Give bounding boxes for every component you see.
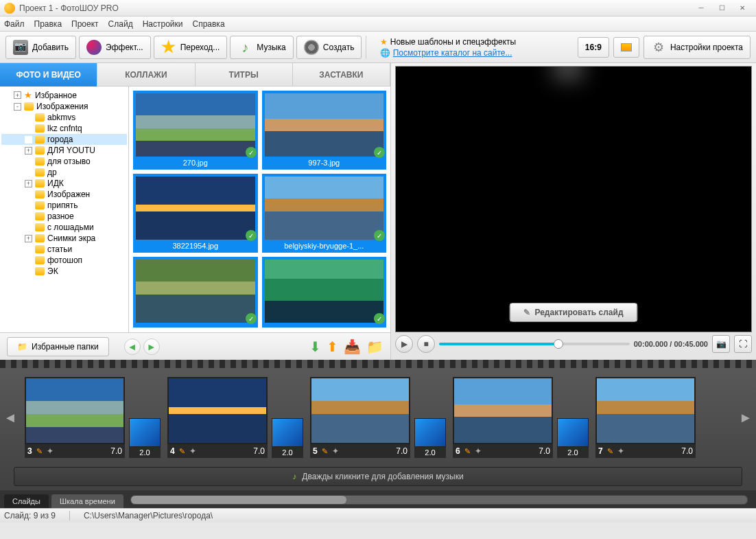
fx-icon[interactable]: ✦ — [47, 446, 54, 456]
minimize-button[interactable]: ─ — [692, 2, 711, 14]
expand-icon[interactable] — [25, 158, 32, 165]
expand-icon[interactable]: + — [25, 235, 32, 242]
expand-icon[interactable] — [25, 224, 32, 231]
tree-item[interactable]: припять — [1, 200, 127, 211]
edit-icon[interactable]: ✎ — [607, 447, 613, 456]
aspect-ratio-button[interactable]: 16:9 — [578, 37, 609, 58]
timeline-nav-left[interactable]: ◄ — [3, 383, 18, 452]
edit-icon[interactable]: ✎ — [464, 447, 471, 456]
fx-icon[interactable]: ✦ — [189, 446, 196, 456]
tree-item[interactable]: +★Избранное — [1, 89, 127, 101]
menu-edit[interactable]: Правка — [34, 19, 62, 29]
edit-icon[interactable]: ✎ — [36, 447, 43, 456]
tree-item[interactable]: +Снимки экра — [1, 233, 127, 244]
thumbnail-cell[interactable]: ✓38221954.jpg — [133, 174, 258, 253]
tab-timeline[interactable]: Шкала времени — [51, 494, 123, 508]
add-button[interactable]: Добавить — [5, 36, 76, 59]
music-button[interactable]: ♪Музыка — [230, 36, 293, 59]
edit-icon[interactable]: ✎ — [179, 447, 185, 456]
tree-item[interactable]: Изображен — [1, 189, 127, 200]
expand-icon[interactable]: + — [14, 91, 21, 99]
thumbnail-cell[interactable]: ✓ — [262, 257, 387, 328]
tree-item[interactable]: фотошоп — [1, 255, 127, 266]
expand-icon[interactable] — [25, 114, 32, 122]
music-track[interactable]: ♪ Дважды кликните для добавления музыки — [14, 467, 742, 486]
timeline-scroll-thumb[interactable] — [131, 496, 346, 504]
folder-tree[interactable]: +★Избранное-Изображенияabkmvslkz cnfntqг… — [0, 87, 129, 332]
tab-intros[interactable]: ЗАСТАВКИ — [293, 63, 390, 87]
expand-icon[interactable] — [25, 169, 32, 176]
tree-item[interactable]: разное — [1, 211, 127, 222]
expand-icon[interactable]: + — [25, 147, 32, 154]
timeline-slide[interactable]: 5✎✦7.0 — [310, 377, 410, 458]
expand-icon[interactable]: + — [25, 180, 32, 187]
seek-handle[interactable] — [554, 339, 563, 349]
expand-icon[interactable]: - — [14, 103, 21, 111]
fx-icon[interactable]: ✦ — [332, 446, 339, 456]
nav-forward-button[interactable]: ► — [143, 339, 160, 355]
expand-icon[interactable] — [25, 125, 32, 133]
thumbnail-cell[interactable]: ✓997-3.jpg — [262, 91, 387, 170]
stop-button[interactable]: ■ — [417, 335, 435, 353]
menu-help[interactable]: Справка — [192, 19, 224, 29]
transitions-button[interactable]: Переход... — [154, 36, 228, 59]
display-mode-button[interactable] — [613, 37, 639, 58]
tree-item[interactable]: для отзыво — [1, 156, 127, 167]
add-folder-icon[interactable]: 📥 — [344, 339, 361, 355]
expand-icon[interactable] — [25, 213, 32, 220]
fx-icon[interactable]: ✦ — [617, 446, 624, 456]
tab-photo-video[interactable]: ФОТО И ВИДЕО — [0, 63, 97, 87]
menu-settings[interactable]: Настройки — [143, 19, 183, 29]
tab-slides[interactable]: Слайды — [4, 494, 49, 508]
transition[interactable]: 2.0 — [129, 418, 161, 458]
expand-icon[interactable] — [25, 202, 32, 209]
fx-icon[interactable]: ✦ — [475, 446, 482, 456]
folder-icon[interactable]: 📁 — [366, 339, 383, 355]
nav-back-button[interactable]: ◄ — [124, 339, 141, 355]
catalog-link[interactable]: Посмотрите каталог на сайте... — [393, 48, 512, 58]
edit-slide-button[interactable]: ✎Редактировать слайд — [509, 303, 637, 322]
play-button[interactable]: ▶ — [395, 335, 413, 353]
transition[interactable]: 2.0 — [414, 418, 446, 458]
tree-item[interactable]: статьи — [1, 244, 127, 255]
tree-item[interactable]: ЭК — [1, 266, 127, 277]
tab-collages[interactable]: КОЛЛАЖИ — [97, 63, 195, 87]
thumbnail-cell[interactable]: ✓belgiyskiy-bryugge-1_... — [262, 174, 387, 253]
timeline-slide[interactable]: 6✎✦7.0 — [453, 377, 553, 458]
menu-project[interactable]: Проект — [71, 19, 99, 29]
project-settings-button[interactable]: ⚙Настройки проекта — [643, 36, 751, 59]
expand-icon[interactable] — [25, 268, 32, 275]
favorite-folders-button[interactable]: 📁Избранные папки — [7, 337, 109, 356]
timeline-slide[interactable]: 4✎✦7.0 — [167, 377, 268, 458]
tree-item[interactable]: +ДЛЯ YOUTU — [1, 145, 127, 156]
thumbnail-cell[interactable]: ✓270.jpg — [133, 91, 258, 170]
tab-titles[interactable]: ТИТРЫ — [196, 63, 293, 87]
tree-item[interactable]: города — [1, 134, 127, 145]
transition[interactable]: 2.0 — [557, 418, 589, 458]
thumbnail-cell[interactable]: ✓ — [133, 257, 258, 328]
effects-button[interactable]: Эффект... — [79, 36, 151, 59]
expand-icon[interactable] — [25, 246, 32, 253]
timeline-slide[interactable]: 3✎✦7.0 — [25, 377, 125, 458]
tree-item[interactable]: -Изображения — [1, 101, 127, 112]
tree-item[interactable]: +ИДК — [1, 178, 127, 189]
menu-file[interactable]: Файл — [4, 19, 25, 29]
tree-item[interactable]: др — [1, 167, 127, 178]
remove-up-icon[interactable]: ⬆ — [327, 339, 338, 355]
tree-item[interactable]: lkz cnfntq — [1, 123, 127, 134]
expand-icon[interactable] — [25, 136, 32, 144]
timeline-scrollbar[interactable] — [130, 495, 748, 505]
maximize-button[interactable]: ☐ — [712, 2, 731, 14]
expand-icon[interactable] — [25, 191, 32, 198]
timeline-slide[interactable]: 7✎✦7.0 — [595, 377, 696, 458]
transition[interactable]: 2.0 — [272, 418, 303, 458]
edit-icon[interactable]: ✎ — [322, 447, 328, 456]
tree-item[interactable]: с лошадьми — [1, 222, 127, 233]
close-button[interactable]: ✕ — [733, 2, 752, 14]
fullscreen-button[interactable]: ⛶ — [734, 335, 752, 353]
expand-icon[interactable] — [25, 257, 32, 264]
create-button[interactable]: Создать — [296, 36, 362, 59]
timeline-nav-right[interactable]: ► — [738, 383, 753, 452]
seek-bar[interactable] — [439, 343, 630, 345]
menu-slide[interactable]: Слайд — [108, 19, 133, 29]
